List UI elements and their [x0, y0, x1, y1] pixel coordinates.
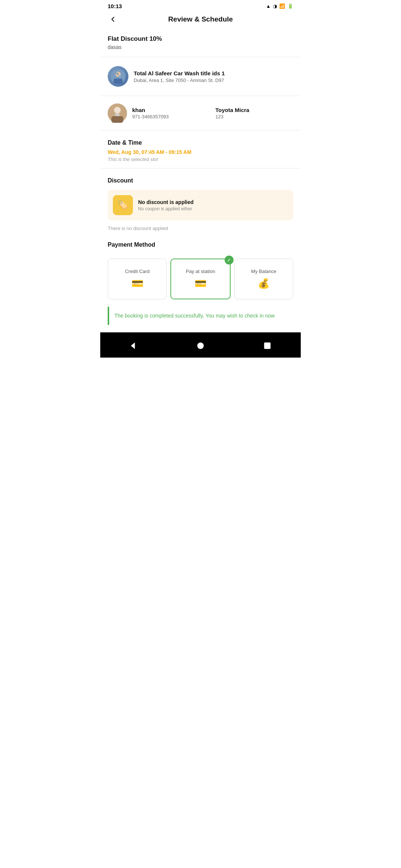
- svg-rect-2: [114, 79, 123, 84]
- divider-3: [100, 130, 301, 131]
- credit-card-label: Credit Card: [125, 269, 149, 274]
- payment-section: Payment Method: [100, 236, 301, 254]
- payment-my-balance[interactable]: My Balance 💰: [234, 259, 293, 299]
- svg-point-5: [114, 107, 121, 114]
- svg-marker-9: [131, 342, 135, 349]
- service-avatar-img: 🔧: [108, 66, 128, 87]
- status-bar: 10:13 ▲ ◑ 📶 🔋: [100, 0, 301, 11]
- page-header: Review & Schedule: [100, 11, 301, 28]
- service-card: 🔧 Total Al Safeer Car Wash title ids 1 D…: [100, 60, 301, 93]
- success-banner: The booking is completed successfully, Y…: [108, 307, 293, 325]
- discount-card: 🏷️ No discount is applied No coupon is a…: [108, 190, 293, 220]
- discount-note: There is no discount applied: [100, 224, 301, 236]
- credit-card-icon: 💳: [131, 278, 143, 289]
- nav-back-button[interactable]: [125, 338, 142, 354]
- svg-point-10: [197, 342, 203, 349]
- page-title: Review & Schedule: [168, 15, 233, 23]
- divider-4: [100, 168, 301, 168]
- my-balance-label: My Balance: [251, 269, 276, 274]
- service-avatar: 🔧: [108, 66, 128, 87]
- battery-icon: 🔋: [287, 3, 293, 9]
- date-time-value: Wed, Aug 30, 07:45 AM - 09:15 AM: [108, 149, 293, 155]
- wifi-icon: ▲: [266, 3, 271, 9]
- user-phone: 971-3466357093: [132, 114, 210, 119]
- user-avatar: [108, 103, 127, 123]
- payment-title: Payment Method: [108, 241, 293, 248]
- user-details: khan 971-3466357093: [132, 107, 210, 119]
- discount-icon: 🏷️: [113, 195, 133, 215]
- date-time-title: Date & Time: [108, 139, 293, 146]
- bottom-navigation: [100, 332, 301, 358]
- service-info: Total Al Safeer Car Wash title ids 1 Dub…: [134, 70, 225, 83]
- discount-title: Discount: [108, 177, 293, 184]
- nav-home-button[interactable]: [192, 338, 209, 354]
- my-balance-icon: 💰: [258, 278, 270, 289]
- payment-credit-card[interactable]: Credit Card 💳: [108, 259, 167, 299]
- pay-at-station-label: Pay at station: [186, 269, 215, 274]
- svg-rect-11: [264, 342, 270, 349]
- selected-check-badge: ✓: [225, 256, 234, 264]
- pay-at-station-icon: 💳: [195, 278, 206, 289]
- vehicle-plate: 123: [215, 114, 293, 119]
- service-name: Total Al Safeer Car Wash title ids 1: [134, 70, 225, 76]
- back-button[interactable]: [106, 13, 120, 26]
- user-name: khan: [132, 107, 210, 113]
- discount-no-discount: No discount is applied: [138, 199, 193, 205]
- user-vehicle-section: khan 971-3466357093 Toyota Micra 123: [100, 99, 301, 127]
- date-time-section: Date & Time Wed, Aug 30, 07:45 AM - 09:1…: [100, 134, 301, 165]
- divider-1: [100, 57, 301, 57]
- vehicle-section: Toyota Micra 123: [215, 107, 293, 119]
- signal-bars-icon: 📶: [279, 3, 285, 9]
- status-time: 10:13: [108, 3, 122, 9]
- service-address: Dubai, Area 1, Site 7050 - Amman St. D97: [134, 78, 225, 83]
- status-icons: ▲ ◑ 📶 🔋: [266, 3, 293, 9]
- svg-text:🔧: 🔧: [115, 72, 122, 78]
- vehicle-name: Toyota Micra: [215, 107, 293, 113]
- promo-subtitle: dasas: [108, 44, 293, 50]
- discount-no-coupon: No coupon is applied either: [138, 206, 193, 211]
- signal-icon: ◑: [273, 3, 277, 9]
- divider-2: [100, 96, 301, 96]
- payment-pay-at-station[interactable]: ✓ Pay at station 💳: [170, 259, 230, 299]
- svg-rect-8: [111, 116, 123, 123]
- nav-recent-button[interactable]: [259, 338, 276, 354]
- date-time-hint: This is the selected slot: [108, 157, 293, 162]
- promo-title: Flat Discount 10%: [108, 35, 293, 43]
- discount-section: Discount: [100, 171, 301, 190]
- payment-methods: Credit Card 💳 ✓ Pay at station 💳 My Bala…: [100, 254, 301, 304]
- discount-info: No discount is applied No coupon is appl…: [138, 199, 193, 211]
- promo-section: Flat Discount 10% dasas: [100, 28, 301, 54]
- success-text: The booking is completed successfully, Y…: [114, 312, 288, 320]
